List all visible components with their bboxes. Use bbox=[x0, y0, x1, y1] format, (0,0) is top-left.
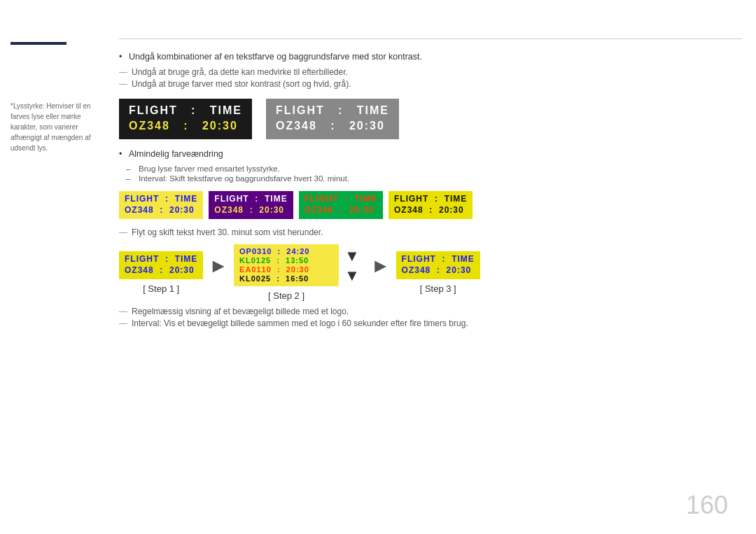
sidebar: *Lysstyrke: Henviser til en farves lyse … bbox=[0, 0, 112, 534]
flight-box-dark: FLIGHT : TIME OZ348 : 20:30 bbox=[119, 99, 252, 139]
bullet-list-2: Almindelig farveændring bbox=[119, 149, 742, 159]
step3-box-line1: FLIGHT : TIME bbox=[402, 254, 475, 264]
step2-label: [ Step 2 ] bbox=[268, 290, 304, 301]
arrow-down-1: ▼ bbox=[344, 247, 360, 265]
small-box-2: FLIGHT : TIME OZ348 : 20:30 bbox=[209, 191, 293, 219]
step2-multi-box: OP0310 : 24:20 KL0125 : 13:50 EA0110 : 2… bbox=[234, 244, 339, 286]
small-box-3-line2: OZ348 : 20:30 bbox=[304, 205, 377, 215]
dash-step-list: Flyt og skift tekst hvert 30. minut som … bbox=[119, 227, 742, 237]
bullet-item-1: Undgå kombinationer af en tekstfarve og … bbox=[119, 52, 742, 62]
flight-box-gray-line1: FLIGHT : TIME bbox=[276, 104, 389, 117]
step1-box-line1: FLIGHT : TIME bbox=[125, 254, 197, 264]
dash-item-2: Undgå at bruge farver med stor kontrast … bbox=[119, 79, 742, 89]
arrow-right-1: ► bbox=[209, 255, 228, 277]
small-box-4: FLIGHT : TIME OZ348 : 20:30 bbox=[388, 191, 472, 219]
small-box-3-line1: FLIGHT : TIME bbox=[304, 194, 377, 204]
step1-box: FLIGHT : TIME OZ348 : 20:30 bbox=[119, 251, 203, 279]
step-3: FLIGHT : TIME OZ348 : 20:30 [ Step 3 ] bbox=[396, 251, 480, 294]
small-box-1-line1: FLIGHT : TIME bbox=[125, 194, 197, 204]
small-boxes-row: FLIGHT : TIME OZ348 : 20:30 FLIGHT : TIM… bbox=[119, 191, 742, 219]
page-number: 160 bbox=[686, 491, 728, 520]
bullet-item-2: Almindelig farveændring bbox=[119, 149, 742, 159]
small-box-4-line2: OZ348 : 20:30 bbox=[394, 205, 467, 215]
flight-box-gray: FLIGHT : TIME OZ348 : 20:30 bbox=[266, 99, 399, 139]
step2-flight-1: OP0310 : 24:20 bbox=[239, 247, 333, 255]
small-box-4-line1: FLIGHT : TIME bbox=[394, 194, 467, 204]
dash-item-1: Undgå at bruge grå, da dette kan medvirk… bbox=[119, 67, 742, 77]
sub-dash-item-1: Brug lyse farver med ensartet lysstyrke. bbox=[126, 164, 742, 173]
dash-logo-1: Regelmæssig visning af et bevægeligt bil… bbox=[119, 307, 742, 316]
flight-box-dark-line1: FLIGHT : TIME bbox=[129, 104, 242, 117]
sidebar-bar bbox=[10, 42, 66, 45]
top-divider bbox=[119, 38, 742, 39]
step2-flight-4: KL0025 : 16:50 bbox=[239, 274, 333, 283]
flight-box-gray-line2: OZ348 : 20:30 bbox=[276, 120, 389, 132]
dash-logo-2: Interval: Vis et bevægeligt billede samm… bbox=[119, 318, 742, 328]
step1-box-line2: OZ348 : 20:30 bbox=[125, 265, 197, 275]
arrows-down: ▼ ▼ bbox=[344, 247, 360, 285]
small-box-2-line2: OZ348 : 20:30 bbox=[214, 205, 287, 215]
main-content: Undgå kombinationer af en tekstfarve og … bbox=[119, 0, 742, 332]
flight-box-dark-line2: OZ348 : 20:30 bbox=[129, 120, 242, 132]
small-box-3: FLIGHT : TIME OZ348 : 20:30 bbox=[299, 191, 383, 219]
step3-box: FLIGHT : TIME OZ348 : 20:30 bbox=[396, 251, 480, 279]
sub-dash-list: Brug lyse farver med ensartet lysstyrke.… bbox=[126, 164, 742, 183]
small-box-1-line2: OZ348 : 20:30 bbox=[125, 205, 197, 215]
arrow-down-2: ▼ bbox=[344, 267, 360, 285]
dash-list-1: Undgå at bruge grå, da dette kan medvirk… bbox=[119, 67, 742, 89]
small-box-1: FLIGHT : TIME OZ348 : 20:30 bbox=[119, 191, 203, 219]
sidebar-note: *Lysstyrke: Henviser til en farves lyse … bbox=[10, 101, 102, 153]
steps-row: FLIGHT : TIME OZ348 : 20:30 [ Step 1 ] ►… bbox=[119, 244, 742, 301]
step1-label: [ Step 1 ] bbox=[143, 283, 179, 294]
sub-dash-item-2: Interval: Skift tekstfarve og baggrundsf… bbox=[126, 174, 742, 183]
arrow-right-2: ► bbox=[371, 255, 391, 277]
step2-flight-2: KL0125 : 13:50 bbox=[239, 256, 333, 265]
dash-step: Flyt og skift tekst hvert 30. minut som … bbox=[119, 227, 742, 237]
step3-label: [ Step 3 ] bbox=[420, 283, 456, 294]
step-1: FLIGHT : TIME OZ348 : 20:30 [ Step 1 ] bbox=[119, 251, 203, 294]
step-2: OP0310 : 24:20 KL0125 : 13:50 EA0110 : 2… bbox=[234, 244, 339, 301]
step2-flight-3: EA0110 : 20:30 bbox=[239, 265, 333, 274]
small-box-2-line1: FLIGHT : TIME bbox=[214, 194, 287, 204]
step3-box-line2: OZ348 : 20:30 bbox=[402, 265, 475, 275]
main-flight-boxes-row: FLIGHT : TIME OZ348 : 20:30 FLIGHT : TIM… bbox=[119, 99, 742, 139]
dash-logo-list: Regelmæssig visning af et bevægeligt bil… bbox=[119, 307, 742, 328]
bullet-list-1: Undgå kombinationer af en tekstfarve og … bbox=[119, 52, 742, 62]
